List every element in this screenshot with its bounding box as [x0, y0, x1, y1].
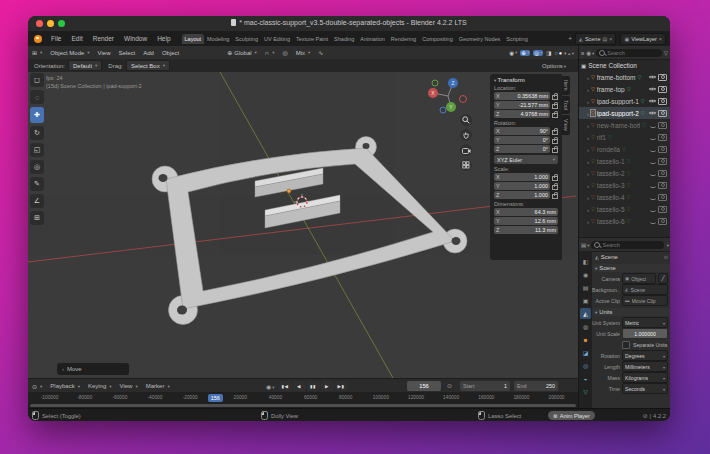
hide-in-viewport-eye-icon[interactable]: [649, 110, 656, 116]
options-button[interactable]: Options: [542, 63, 566, 69]
viewport-menu-item[interactable]: Object: [158, 50, 183, 56]
outliner-item[interactable]: ▽ tassello-3 ▽: [579, 179, 670, 191]
outliner-item[interactable]: ▽ tassello-5 ▽: [579, 203, 670, 215]
expand-caret-icon[interactable]: [587, 98, 589, 105]
dimension-field[interactable]: Y12.6 mm: [494, 217, 558, 225]
tool-button-rotate[interactable]: ↻: [30, 126, 44, 140]
expand-caret-icon[interactable]: [587, 122, 589, 129]
tool-button-add-cube[interactable]: ⊞: [30, 211, 44, 225]
property-field[interactable]: ◭Scene: [622, 284, 668, 295]
menu-item[interactable]: Window: [119, 35, 152, 42]
properties-tab-object[interactable]: ■: [580, 334, 591, 345]
property-field[interactable]: Seconds: [622, 383, 668, 394]
outliner-display-mode-icon[interactable]: ≡: [581, 50, 584, 56]
hide-in-viewport-eye-icon[interactable]: [649, 98, 656, 104]
expand-caret-icon[interactable]: [587, 74, 589, 81]
menu-item[interactable]: File: [46, 35, 66, 42]
neg-x-axis-ball[interactable]: [460, 96, 467, 103]
playhead-badge[interactable]: 156: [208, 394, 223, 402]
sidebar-tab[interactable]: View: [562, 115, 570, 135]
transport-button-next-keyframe[interactable]: ▶: [321, 381, 334, 391]
menu-item[interactable]: Render: [88, 35, 119, 42]
property-field[interactable]: ▬Movie Clip: [622, 295, 668, 306]
toggle-ortho-button[interactable]: [460, 159, 472, 171]
disable-in-renders-camera-icon[interactable]: [658, 134, 667, 141]
workspace-tab[interactable]: Animation: [357, 34, 387, 44]
rotation-field[interactable]: X90°: [494, 127, 550, 135]
3d-viewport[interactable]: fps: 24(15d) Scene Collection | ipad-sup…: [28, 72, 578, 378]
wireframe-shading-icon[interactable]: ○: [554, 50, 557, 56]
transform-orientation-button[interactable]: ⊕ Global: [223, 49, 261, 56]
object-visibility-button[interactable]: ◉: [509, 50, 517, 56]
viewport-menu-item[interactable]: View: [94, 50, 115, 56]
zoom-view-button[interactable]: [460, 114, 472, 126]
new-scene-icon[interactable]: ▤: [603, 36, 608, 42]
workspace-tab[interactable]: Scripting: [503, 34, 530, 44]
sidebar-tab[interactable]: Item: [562, 76, 570, 95]
expand-caret-icon[interactable]: [587, 170, 589, 177]
lock-icon[interactable]: [552, 183, 558, 190]
expand-caret-icon[interactable]: [587, 110, 589, 117]
outliner-item[interactable]: ▽ tassello-2 ▽: [579, 167, 670, 179]
disable-in-renders-camera-icon[interactable]: [658, 206, 667, 213]
properties-tab-scene[interactable]: ◭: [580, 308, 591, 319]
tool-button-scale[interactable]: ◱: [30, 143, 44, 157]
orientation-dropdown[interactable]: Default: [68, 60, 102, 71]
pan-view-button[interactable]: [460, 129, 472, 141]
expand-caret-icon[interactable]: [587, 134, 589, 141]
hidden-eye-closed-icon[interactable]: [650, 147, 656, 152]
expand-caret-icon[interactable]: [587, 86, 589, 93]
hidden-eye-closed-icon[interactable]: [650, 135, 656, 140]
property-field[interactable]: Degrees: [622, 350, 668, 361]
outliner-item[interactable]: ▽ ipad-support-1 ▽: [579, 95, 670, 107]
checkbox[interactable]: [622, 341, 630, 349]
tool-button-transform[interactable]: ◎: [30, 160, 44, 174]
viewport-menu-item[interactable]: Add: [139, 50, 158, 56]
outliner-item[interactable]: ▽ ipad-support-2 ▽: [579, 107, 670, 119]
workspace-tab[interactable]: Shading: [331, 34, 357, 44]
show-gizmos-button[interactable]: ⊕: [520, 50, 530, 56]
workspace-tab[interactable]: Geometry Nodes: [456, 34, 504, 44]
lock-icon[interactable]: [552, 174, 558, 181]
show-overlays-button[interactable]: ◎: [533, 50, 543, 56]
camera-view-button[interactable]: [460, 144, 472, 156]
blender-logo-icon[interactable]: [34, 35, 42, 43]
tool-button-measure[interactable]: ∠: [30, 194, 44, 208]
timeline-menu-item[interactable]: Playback: [46, 383, 84, 389]
transport-button-prev-keyframe[interactable]: ◀: [293, 381, 306, 391]
auto-keying-record-icon[interactable]: ◉: [266, 383, 275, 390]
falloff-selector[interactable]: Mix: [292, 50, 315, 56]
rotation-mode-dropdown[interactable]: XYZ Euler: [494, 155, 558, 164]
mode-selector[interactable]: Object Mode: [46, 50, 93, 56]
solid-shading-icon[interactable]: ●: [559, 50, 562, 56]
rendered-shading-icon[interactable]: ◒: [567, 50, 574, 56]
location-field[interactable]: Y-21.577 mm: [494, 101, 550, 109]
expand-caret-icon[interactable]: [587, 146, 589, 153]
disable-in-renders-camera-icon[interactable]: [658, 194, 667, 201]
outliner-item[interactable]: ▽ rif1 ▽: [579, 131, 670, 143]
timeline-editor-type-icon[interactable]: ⊙: [28, 383, 46, 390]
cancel-icon[interactable]: ⊗: [553, 413, 558, 419]
tool-button-cursor[interactable]: ◌: [30, 90, 44, 104]
navigation-gizmo[interactable]: Z X Y: [426, 76, 470, 116]
workspace-tab[interactable]: Sculpting: [232, 34, 261, 44]
expand-caret-icon[interactable]: [587, 158, 589, 165]
outliner-filter-dropdown-icon[interactable]: ◉: [586, 50, 594, 56]
hidden-eye-closed-icon[interactable]: [650, 159, 656, 164]
pin-icon[interactable]: ⊙: [664, 254, 668, 260]
outliner-item[interactable]: ▽ frame-top ▽: [579, 83, 670, 95]
hidden-eye-closed-icon[interactable]: [650, 207, 656, 212]
outliner-item[interactable]: ▽ frame-bottom ▽: [579, 71, 670, 83]
unlink-scene-icon[interactable]: ×: [609, 36, 612, 42]
disable-in-renders-camera-icon[interactable]: [658, 110, 667, 117]
properties-tab-physics[interactable]: ◎: [580, 360, 591, 371]
expand-caret-icon[interactable]: [587, 206, 589, 213]
snap-button[interactable]: ∩: [261, 50, 279, 56]
drag-dropdown[interactable]: Select Box: [126, 60, 170, 71]
support-bar-2[interactable]: [265, 195, 340, 228]
filter-funnel-icon[interactable]: ▽: [664, 50, 668, 56]
hide-in-viewport-eye-icon[interactable]: [649, 74, 656, 80]
workspace-tab[interactable]: Compositing: [419, 34, 456, 44]
location-field[interactable]: X0.35638 mm: [494, 92, 550, 100]
properties-tab-render[interactable]: ◉: [580, 269, 591, 280]
